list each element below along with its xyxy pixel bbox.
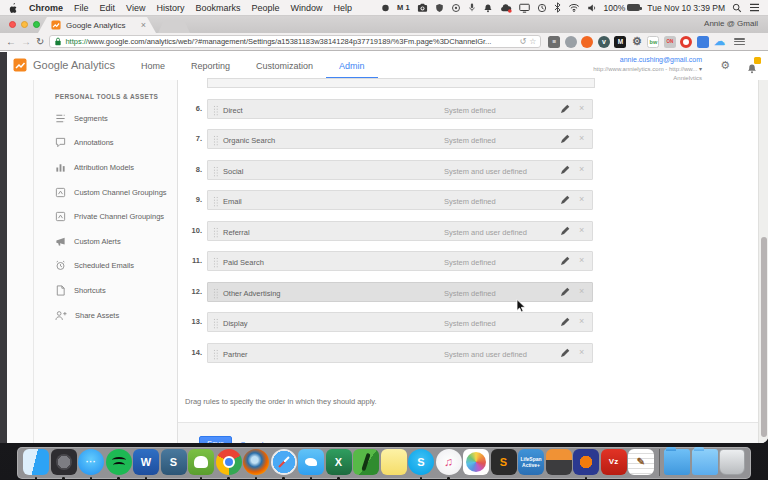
drag-handle-icon[interactable] [213, 288, 218, 299]
drag-handle-icon[interactable] [213, 135, 218, 146]
reader-mode-icon[interactable]: ↺ [520, 37, 527, 46]
window-minimize-button[interactable] [21, 21, 28, 28]
https-lock-icon[interactable] [54, 37, 62, 46]
menubar-item-bookmarks[interactable]: Bookmarks [195, 3, 240, 13]
bell-icon[interactable] [483, 2, 493, 13]
channel-rule-box[interactable]: Direct System defined × [207, 99, 593, 119]
sidebar-item-annotations[interactable]: Annotations [55, 131, 173, 156]
shield-icon[interactable] [435, 3, 444, 13]
apple-menu-icon[interactable] [8, 2, 18, 14]
drag-handle-icon[interactable] [213, 349, 218, 360]
scrollbar-thumb[interactable] [761, 237, 767, 437]
dock-documents-folder-icon[interactable] [692, 449, 718, 475]
orange-circle-extension-icon[interactable] [581, 36, 593, 48]
dock-messages-icon[interactable]: ··· [78, 449, 104, 475]
channel-rule-box[interactable]: Display System defined × [207, 312, 593, 332]
dock-itunes-icon[interactable]: ♫ [436, 449, 462, 475]
edit-pencil-icon[interactable] [560, 104, 570, 114]
drag-handle-icon[interactable] [213, 318, 218, 329]
window-close-button[interactable] [9, 21, 16, 28]
dock-verizon-icon[interactable]: Vz [601, 449, 627, 475]
ga-account-email[interactable]: annie.cushing@gmail.com [593, 55, 702, 65]
edit-pencil-icon[interactable] [560, 195, 570, 205]
drag-handle-icon[interactable] [213, 166, 218, 177]
edit-pencil-icon[interactable] [560, 256, 570, 266]
dock-stickies-icon[interactable] [381, 449, 407, 475]
dock-sublime-text-icon[interactable]: S [491, 449, 517, 475]
forward-button[interactable]: → [21, 37, 31, 47]
remove-x-icon[interactable]: × [579, 104, 584, 113]
remove-x-icon[interactable]: × [579, 226, 584, 235]
sidebar-item-attribution-models[interactable]: Attribution Models [55, 155, 173, 180]
channel-rule-box[interactable]: Paid Search System defined × [207, 251, 593, 271]
sidebar-item-private-channel-groupings[interactable]: Private Channel Groupings [55, 204, 173, 229]
dock-evernote-icon[interactable] [188, 449, 214, 475]
edit-pencil-icon[interactable] [560, 226, 570, 236]
edit-pencil-icon[interactable] [560, 287, 570, 297]
edit-pencil-icon[interactable] [560, 317, 570, 327]
channel-rule-box[interactable]: Referral System and user defined × [207, 221, 593, 241]
edit-pencil-icon[interactable] [560, 348, 570, 358]
gmail-m-extension-icon[interactable]: M [614, 36, 626, 48]
cloud-extension-icon[interactable]: ☁ [713, 36, 725, 48]
ga-account-property[interactable]: http://www.annielytics.com - http://ww..… [593, 65, 702, 74]
tab-close-icon[interactable]: × [141, 20, 146, 30]
menubar-item-people[interactable]: People [251, 3, 279, 13]
menubar-item-view[interactable]: View [126, 3, 145, 13]
menubar-item-history[interactable]: History [156, 3, 184, 13]
save-button[interactable]: Save [199, 436, 232, 443]
remove-x-icon[interactable]: × [579, 348, 584, 357]
chrome-menu-icon[interactable] [733, 36, 746, 47]
on-badge-extension-icon[interactable]: ON [664, 36, 676, 48]
sidebar-item-share-assets[interactable]: Share Assets [55, 303, 173, 328]
dark-blob-status-icon[interactable] [381, 3, 390, 13]
airplay-circle-icon[interactable] [451, 3, 461, 13]
cancel-button[interactable]: Cancel [240, 440, 263, 443]
remove-x-icon[interactable]: × [579, 256, 584, 265]
drag-handle-icon[interactable] [213, 227, 218, 238]
dock-excel-icon[interactable]: X [326, 449, 352, 475]
menubar-item-edit[interactable]: Edit [100, 3, 116, 13]
microphone-icon[interactable] [468, 2, 476, 13]
camera-icon[interactable] [417, 3, 428, 13]
edit-pencil-icon[interactable] [560, 134, 570, 144]
dock-spotify-icon[interactable] [106, 449, 132, 475]
remove-x-icon[interactable]: × [579, 165, 584, 174]
page-scrollbar[interactable] [758, 80, 768, 443]
gear-extension-icon[interactable]: ⚙ [631, 36, 643, 48]
dock-photos-icon[interactable] [463, 449, 489, 475]
display-mirroring-icon[interactable] [519, 3, 530, 13]
dock-lifespan-active-icon[interactable]: LifeSpan Active+ [518, 449, 544, 475]
ga-nav-home[interactable]: Home [128, 51, 178, 80]
buffer-extension-icon[interactable]: ≡ [548, 36, 560, 48]
dock-finder-icon[interactable] [23, 449, 49, 475]
pocket-extension-icon[interactable]: v [598, 36, 610, 48]
bluetooth-icon[interactable] [554, 2, 561, 13]
window-zoom-button[interactable] [33, 21, 40, 28]
dock-blue-s-app-icon[interactable]: S [161, 449, 187, 475]
sidebar-item-custom-channel-groupings[interactable]: Custom Channel Groupings [55, 180, 173, 205]
dock-downloads-folder-icon[interactable] [664, 449, 690, 475]
reload-button[interactable]: ↻ [36, 37, 44, 47]
dock-word-icon[interactable]: W [133, 449, 159, 475]
dock-skype-icon[interactable]: S [408, 449, 434, 475]
menubar-item-window[interactable]: Window [290, 3, 322, 13]
volume-icon[interactable] [587, 3, 597, 13]
dock-dark-disc-app-icon[interactable] [51, 449, 77, 475]
back-button[interactable]: ← [6, 37, 16, 47]
channel-rule-box[interactable]: Email System defined × [207, 190, 593, 210]
drag-handle-icon[interactable] [213, 196, 218, 207]
remove-x-icon[interactable]: × [579, 134, 584, 143]
remove-x-icon[interactable]: × [579, 317, 584, 326]
wifi-icon[interactable] [568, 3, 580, 12]
sidebar-item-scheduled-emails[interactable]: Scheduled Emails [55, 254, 173, 279]
evernote-extension-icon[interactable] [565, 36, 577, 48]
red-ring-extension-icon[interactable] [680, 36, 692, 48]
dock-headphones-app-icon[interactable] [573, 449, 599, 475]
dock-textedit-icon[interactable]: ✎ [628, 449, 654, 475]
remove-x-icon[interactable]: × [579, 195, 584, 204]
channel-rule-box[interactable]: Partner System and user defined × [207, 343, 593, 363]
notification-center-icon[interactable] [749, 3, 760, 12]
dock-green-figure-app-icon[interactable] [353, 449, 379, 475]
ga-account-switcher[interactable]: annie.cushing@gmail.com http://www.annie… [593, 55, 702, 83]
